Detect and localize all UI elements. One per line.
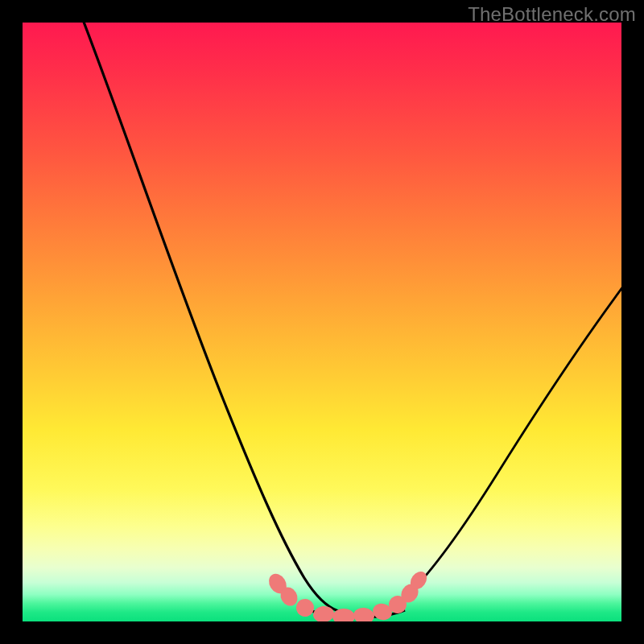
right-curve <box>386 287 621 613</box>
left-curve <box>82 23 338 611</box>
trough-markers <box>266 568 431 621</box>
chart-frame: TheBottleneck.com <box>0 0 644 644</box>
bottleneck-curve <box>82 23 621 617</box>
svg-point-5 <box>353 607 375 621</box>
watermark-text: TheBottleneck.com <box>468 3 636 26</box>
svg-point-2 <box>294 597 316 619</box>
plot-area <box>23 23 621 621</box>
curve-layer <box>23 23 621 621</box>
